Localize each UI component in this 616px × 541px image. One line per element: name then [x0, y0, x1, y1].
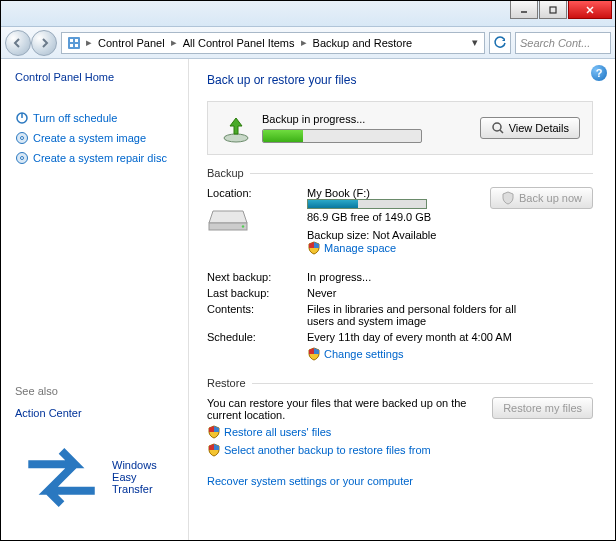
minimize-button[interactable] — [510, 1, 538, 19]
recover-system-link[interactable]: Recover system settings or your computer — [207, 475, 413, 487]
chevron-right-icon: ▸ — [169, 36, 179, 49]
help-button[interactable]: ? — [591, 65, 607, 81]
shield-icon — [307, 347, 321, 361]
last-backup-value: Never — [307, 287, 593, 299]
sidebar-home[interactable]: Control Panel Home — [15, 71, 178, 83]
backup-icon — [220, 112, 252, 144]
svg-rect-8 — [75, 44, 78, 47]
back-button[interactable] — [5, 30, 31, 56]
svg-rect-1 — [550, 7, 556, 13]
select-another-backup-link[interactable]: Select another backup to restore files f… — [207, 443, 431, 457]
crumb-control-panel[interactable]: Control Panel — [94, 37, 169, 49]
control-panel-icon — [66, 35, 82, 51]
last-backup-label: Last backup: — [207, 287, 307, 299]
crumb-all-items[interactable]: All Control Panel Items — [179, 37, 299, 49]
svg-point-14 — [21, 157, 24, 160]
shield-icon — [207, 443, 221, 457]
backup-progress-box: Backup in progress... View Details — [207, 101, 593, 155]
svg-rect-6 — [75, 39, 78, 42]
change-settings-link[interactable]: Change settings — [307, 347, 404, 361]
svg-rect-4 — [68, 37, 80, 49]
disc-icon — [15, 151, 29, 165]
close-button[interactable] — [568, 1, 612, 19]
next-backup-value: In progress... — [307, 271, 593, 283]
back-up-now-button[interactable]: Back up now — [490, 187, 593, 209]
disc-icon — [15, 131, 29, 145]
shield-icon — [501, 191, 515, 205]
sidebar-create-system-image[interactable]: Create a system image — [15, 131, 178, 145]
backup-section-header: Backup — [207, 167, 593, 179]
chevron-down-icon[interactable]: ▾ — [468, 36, 482, 49]
see-also-label: See also — [15, 385, 178, 397]
svg-point-12 — [21, 137, 24, 140]
svg-rect-7 — [70, 44, 73, 47]
location-label: Location: — [207, 187, 307, 199]
sidebar-create-repair-disc[interactable]: Create a system repair disc — [15, 151, 178, 165]
search-input[interactable]: Search Cont... — [515, 32, 611, 54]
chevron-right-icon: ▸ — [299, 36, 309, 49]
restore-section-header: Restore — [207, 377, 593, 389]
restore-all-users-link[interactable]: Restore all users' files — [207, 425, 331, 439]
hard-drive-icon — [207, 201, 249, 233]
maximize-button[interactable] — [539, 1, 567, 19]
next-backup-label: Next backup: — [207, 271, 307, 283]
schedule-label: Schedule: — [207, 331, 307, 343]
forward-button[interactable] — [31, 30, 57, 56]
magnifier-icon — [491, 121, 505, 135]
main-content: ? Back up or restore your files Backup i… — [189, 59, 615, 540]
svg-point-16 — [493, 123, 501, 131]
transfer-icon — [15, 431, 108, 524]
breadcrumb[interactable]: ▸ Control Panel ▸ All Control Panel Item… — [61, 32, 485, 54]
restore-my-files-button[interactable]: Restore my files — [492, 397, 593, 419]
disk-space-bar — [307, 199, 427, 209]
sidebar-turn-off-schedule[interactable]: Turn off schedule — [15, 111, 178, 125]
svg-rect-18 — [209, 223, 247, 230]
refresh-button[interactable] — [489, 32, 511, 54]
search-placeholder: Search Cont... — [520, 37, 590, 49]
see-also-action-center[interactable]: Action Center — [15, 407, 178, 419]
location-value: My Book (F:) — [307, 187, 490, 199]
contents-value: Files in libraries and personal folders … — [307, 303, 517, 327]
svg-point-15 — [224, 134, 248, 142]
nav-bar: ▸ Control Panel ▸ All Control Panel Item… — [1, 27, 615, 59]
schedule-value: Every 11th day of every month at 4:00 AM — [307, 331, 517, 343]
chevron-right-icon: ▸ — [84, 36, 94, 49]
progress-bar — [262, 129, 422, 143]
manage-space-link[interactable]: Manage space — [307, 241, 396, 255]
sidebar: Control Panel Home Turn off schedule Cre… — [1, 59, 189, 540]
restore-description: You can restore your files that were bac… — [207, 397, 482, 421]
svg-rect-5 — [70, 39, 73, 42]
free-space: 86.9 GB free of 149.0 GB — [307, 211, 490, 223]
see-also-easy-transfer[interactable]: Windows Easy Transfer — [15, 431, 178, 524]
shield-icon — [307, 241, 321, 255]
view-details-button[interactable]: View Details — [480, 117, 580, 139]
crumb-backup-restore[interactable]: Backup and Restore — [309, 37, 417, 49]
power-icon — [15, 111, 29, 125]
window-titlebar — [1, 1, 615, 27]
page-title: Back up or restore your files — [207, 73, 593, 87]
svg-point-19 — [242, 225, 244, 227]
backup-size: Backup size: Not Available — [307, 229, 490, 241]
svg-line-17 — [500, 130, 503, 133]
contents-label: Contents: — [207, 303, 307, 327]
shield-icon — [207, 425, 221, 439]
progress-label: Backup in progress... — [262, 113, 470, 125]
